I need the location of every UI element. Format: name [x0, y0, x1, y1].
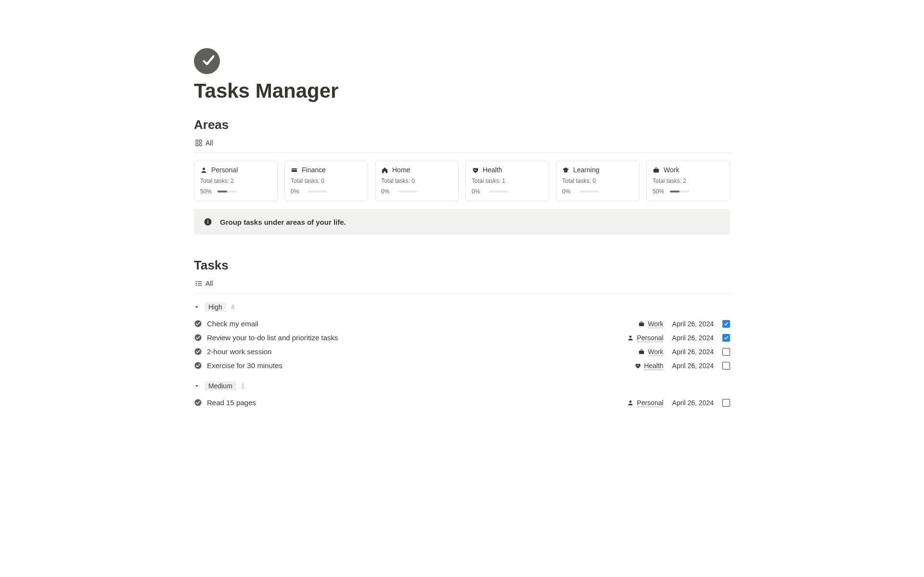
heart-icon: [472, 167, 479, 174]
check-circle-icon: [194, 398, 202, 407]
task-title[interactable]: Check my email: [207, 320, 258, 328]
check-circle-icon: [194, 320, 202, 328]
area-card-total: Total tasks: 1: [472, 178, 543, 184]
brief-icon: [638, 321, 645, 327]
progress-bar: [398, 191, 418, 192]
task-date: April 26, 2024: [672, 362, 714, 370]
group-name[interactable]: Medium: [205, 381, 236, 391]
card-icon: [291, 167, 298, 174]
area-card[interactable]: Personal Total tasks: 2 50%: [194, 161, 278, 201]
task-row: Review your to-do list and prioritize ta…: [194, 331, 730, 345]
task-row: Check my email Work April 26, 2024: [194, 317, 730, 331]
tasks-view-tab-label: All: [205, 280, 213, 287]
tasks-view-tabs: All: [194, 278, 730, 294]
group-toggle[interactable]: [194, 304, 200, 310]
area-card[interactable]: Home Total tasks: 0 0%: [375, 161, 459, 201]
triangle-down-icon: [194, 304, 200, 310]
area-card-name: Health: [483, 166, 502, 174]
area-card[interactable]: Work Total tasks: 2 50%: [646, 161, 730, 201]
person-icon: [627, 334, 634, 341]
task-area-label: Personal: [637, 399, 663, 407]
group-name[interactable]: High: [205, 302, 226, 312]
task-date: April 26, 2024: [672, 320, 714, 328]
tasks-heading: Tasks: [194, 258, 730, 273]
progress-bar: [308, 191, 327, 192]
area-card-percent: 50%: [200, 188, 214, 195]
area-card-total: Total tasks: 0: [381, 178, 452, 184]
group-count: 1: [241, 382, 245, 390]
page-title: Tasks Manager: [194, 79, 730, 103]
task-area-chip[interactable]: Personal: [627, 399, 663, 407]
grad-icon: [562, 167, 569, 174]
task-title[interactable]: Exercise for 30 minutes: [207, 361, 282, 370]
task-checkbox[interactable]: [722, 362, 730, 370]
brief-icon: [638, 348, 645, 355]
group-header: Medium 1: [194, 381, 730, 391]
callout-text: Group tasks under areas of your life.: [220, 218, 346, 226]
areas-callout: Group tasks under areas of your life.: [194, 209, 730, 235]
area-card-name: Learning: [573, 166, 600, 174]
group-toggle[interactable]: [194, 383, 200, 389]
task-title[interactable]: Review your to-do list and prioritize ta…: [207, 333, 338, 342]
task-area-chip[interactable]: Work: [638, 348, 663, 356]
info-icon: [204, 218, 212, 226]
page-icon: [194, 48, 220, 74]
task-date: April 26, 2024: [672, 348, 714, 356]
area-card-total: Total tasks: 0: [291, 178, 362, 184]
task-checkbox[interactable]: [722, 334, 730, 342]
task-date: April 26, 2024: [672, 399, 714, 407]
area-card[interactable]: Finance Total tasks: 0 0%: [284, 161, 368, 201]
area-card-percent: 0%: [562, 188, 576, 195]
areas-view-all-tab[interactable]: All: [194, 137, 214, 149]
task-area-label: Work: [648, 348, 663, 356]
task-row: Exercise for 30 minutes Health April 26,…: [194, 359, 730, 372]
task-area-chip[interactable]: Health: [634, 362, 663, 370]
task-title[interactable]: Read 15 pages: [207, 398, 256, 407]
task-checkbox[interactable]: [722, 399, 730, 407]
area-card-total: Total tasks: 0: [562, 178, 633, 184]
home-icon: [381, 167, 388, 174]
triangle-down-icon: [194, 383, 200, 389]
area-card[interactable]: Learning Total tasks: 0 0%: [556, 161, 640, 201]
person-icon: [627, 399, 634, 406]
areas-view-tab-label: All: [205, 139, 213, 147]
task-area-chip[interactable]: Personal: [627, 334, 663, 342]
person-icon: [200, 167, 207, 174]
area-card-total: Total tasks: 2: [200, 178, 271, 184]
area-card-percent: 50%: [653, 188, 666, 195]
brief-icon: [653, 167, 660, 174]
heart-icon: [634, 362, 641, 369]
area-card-percent: 0%: [472, 188, 485, 195]
areas-heading: Areas: [194, 117, 730, 132]
task-title[interactable]: 2-hour work session: [207, 347, 271, 356]
area-card-total: Total tasks: 2: [653, 178, 724, 184]
area-card-name: Personal: [211, 166, 238, 174]
task-date: April 26, 2024: [672, 334, 714, 342]
tasks-view-all-tab[interactable]: All: [194, 278, 214, 289]
progress-bar: [579, 191, 599, 192]
group-header: High 4: [194, 302, 730, 312]
area-card-name: Home: [392, 166, 410, 174]
areas-view-tabs: All: [194, 137, 730, 153]
task-area-label: Work: [648, 320, 663, 328]
area-card-percent: 0%: [291, 188, 304, 195]
task-area-label: Health: [644, 362, 663, 370]
progress-bar: [670, 191, 689, 192]
check-circle-icon: [194, 361, 202, 370]
check-circle-icon: [194, 347, 202, 356]
task-row: Read 15 pages Personal April 26, 2024: [194, 396, 730, 410]
task-checkbox[interactable]: [722, 348, 730, 356]
group-count: 4: [231, 303, 235, 311]
task-checkbox[interactable]: [722, 320, 730, 328]
area-card-percent: 0%: [381, 188, 395, 195]
area-card[interactable]: Health Total tasks: 1 0%: [465, 161, 549, 201]
progress-bar: [489, 191, 508, 192]
progress-bar: [218, 191, 237, 192]
area-card-name: Work: [664, 166, 679, 174]
list-icon: [195, 280, 203, 287]
task-area-label: Personal: [637, 334, 663, 342]
area-card-name: Finance: [302, 166, 326, 174]
task-area-chip[interactable]: Work: [638, 320, 663, 328]
task-row: 2-hour work session Work April 26, 2024: [194, 345, 730, 359]
gallery-icon: [195, 139, 203, 147]
